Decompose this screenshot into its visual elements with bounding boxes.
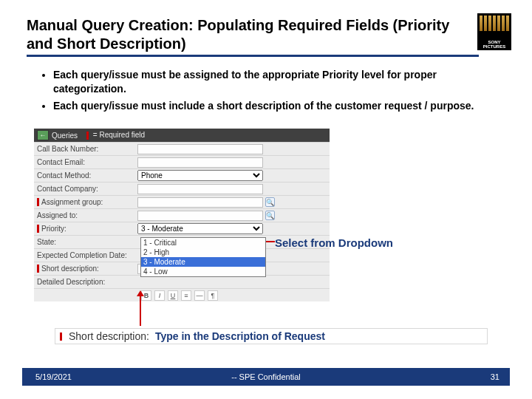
- footer-confidential: -- SPE Confidential: [231, 372, 301, 381]
- callout-dropdown: Select from Dropdown: [275, 236, 393, 249]
- priority-dropdown-open[interactable]: 1 - Critical 2 - High 3 - Moderate 4 - L…: [140, 237, 266, 277]
- bullet-item: Each query/issue must be assigned to the…: [53, 68, 492, 96]
- priority-option-selected[interactable]: 3 - Moderate: [141, 257, 265, 267]
- assignment-group-input[interactable]: [137, 197, 263, 208]
- rich-text-toolbar: B I U ≡ ― ¶: [34, 288, 330, 301]
- back-icon[interactable]: ←: [37, 130, 49, 140]
- required-legend: = Required field: [91, 131, 145, 139]
- label-state: State:: [34, 238, 137, 246]
- italic-icon[interactable]: I: [154, 290, 165, 301]
- required-indicator-icon: [60, 332, 62, 341]
- underline-icon[interactable]: U: [168, 290, 178, 301]
- search-icon[interactable]: 🔍: [265, 197, 275, 207]
- toolbar-icon[interactable]: ≡: [181, 290, 191, 301]
- footer-bar: 5/19/2021 -- SPE Confidential 31: [22, 368, 510, 386]
- sony-pictures-logo: SONYPICTURES: [477, 13, 511, 50]
- label-assignment-group: Assignment group:: [34, 198, 137, 206]
- label-expected-date: Expected Completion Date:: [34, 251, 152, 259]
- callout-description: Type in the Description of Request: [155, 330, 325, 342]
- arrow-icon: [140, 292, 141, 326]
- label-assigned-to: Assigned to:: [34, 211, 137, 219]
- bullet-list: Each query/issue must be assigned to the…: [40, 68, 492, 116]
- short-description-zoom: Short description: Type in the Descripti…: [55, 328, 488, 358]
- label-priority: Priority:: [34, 225, 137, 233]
- label-detailed-description: Detailed Description:: [34, 278, 137, 286]
- bullet-item: Each query/issue must include a short de…: [53, 99, 492, 113]
- toolbar-icon[interactable]: ―: [194, 290, 205, 301]
- label-contact-method: Contact Method:: [34, 171, 137, 180]
- label-contact-email: Contact Email:: [34, 158, 137, 166]
- search-icon[interactable]: 🔍: [265, 211, 275, 220]
- label-callback: Call Back Number:: [34, 145, 137, 153]
- toolbar-icon[interactable]: ¶: [208, 290, 218, 301]
- required-indicator-icon: [86, 132, 89, 140]
- slide-title: Manual Query Creation: Populating Requir…: [27, 16, 479, 57]
- form-header-title: Queries: [52, 132, 78, 140]
- label-short-description: Short description:: [34, 265, 137, 273]
- label-contact-company: Contact Company:: [34, 185, 137, 193]
- contact-email-input[interactable]: [137, 157, 263, 168]
- page-number: 31: [491, 372, 510, 381]
- contact-method-select[interactable]: Phone: [137, 170, 263, 181]
- contact-company-input[interactable]: [137, 184, 263, 194]
- footer-date: 5/19/2021: [22, 372, 72, 381]
- form-screenshot: ← Queries = Required field Call Back Num…: [34, 129, 330, 301]
- priority-option[interactable]: 4 - Low: [141, 267, 265, 276]
- priority-select[interactable]: 3 - Moderate: [137, 223, 263, 234]
- assigned-to-input[interactable]: [137, 211, 263, 221]
- callback-input[interactable]: [137, 144, 263, 154]
- priority-option[interactable]: 1 - Critical: [141, 238, 265, 248]
- priority-option[interactable]: 2 - High: [141, 248, 265, 257]
- form-header: ← Queries = Required field: [34, 129, 330, 142]
- short-description-label-zoom: Short description:: [69, 330, 149, 342]
